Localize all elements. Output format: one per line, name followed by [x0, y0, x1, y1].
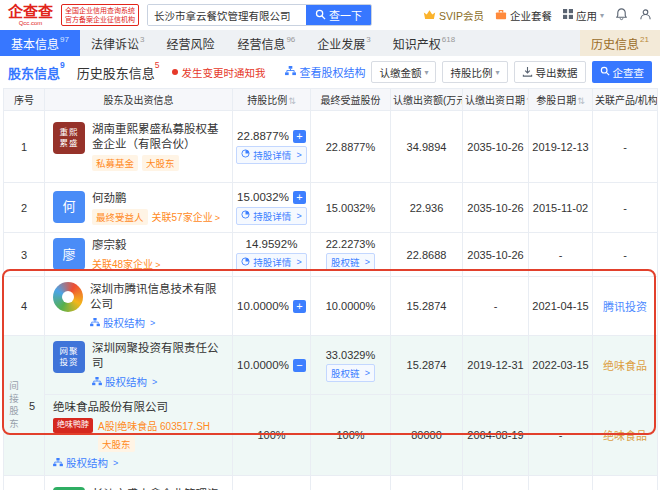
shareholder-avatar: 廖: [53, 238, 85, 270]
brand-slogan: 全国企业信用查询系统 官方备案企业征信机构: [61, 4, 139, 26]
apps-menu[interactable]: 应用 ▾: [563, 8, 604, 23]
shareholder-name[interactable]: 湖南重熙累盛私募股权基金企业（有限合伙）: [92, 122, 224, 152]
qcc-logo[interactable]: 企查查 Qcc.com: [8, 4, 53, 26]
tencent-logo-icon: [53, 282, 83, 312]
shareholder-avatar: 何: [53, 191, 85, 223]
qcc-app-button[interactable]: 企查查: [592, 61, 653, 83]
svip-member[interactable]: SVIP会员: [423, 8, 484, 23]
row-serial-group: 间接股东 5: [4, 336, 45, 476]
join-date-value: 2022-03-15: [529, 336, 593, 395]
holding-detail-link[interactable]: 持股详情: [236, 253, 306, 271]
shareholder-table: 序号 股东及出资信息 持股比例⇅ 最终受益股份 认缴出资额(万元)⇅ 认缴出资日…: [3, 88, 658, 490]
shareholder-name[interactable]: 廖宗毅: [92, 238, 160, 253]
major-shareholder-tag: 大股东: [98, 436, 135, 452]
tab-legal[interactable]: 法律诉讼3: [80, 30, 155, 56]
benefit-value: 100%: [311, 395, 391, 476]
date-value: 2035-10-26: [463, 476, 529, 490]
equity-structure-link[interactable]: 股权结构: [92, 374, 224, 389]
equity-chain-link[interactable]: 股权链: [326, 253, 375, 271]
shareholder-name[interactable]: 绝味食品股份有限公司: [53, 400, 224, 415]
change-notify[interactable]: 发生变更时通知我: [172, 65, 266, 80]
sort-icon[interactable]: ⇅: [577, 96, 585, 106]
tab-history-shareholder[interactable]: 历史股东信息5: [77, 63, 160, 82]
shareholder-avatar: 盛小拿: [53, 487, 85, 490]
expand-button[interactable]: +: [293, 191, 306, 204]
major-shareholder-tag: 大股东: [142, 155, 179, 171]
apps-grid-icon: [563, 9, 573, 21]
tab-basic-info[interactable]: 基本信息97: [0, 30, 80, 56]
product-link[interactable]: 绝味食品: [593, 395, 658, 476]
row-serial: 3: [4, 233, 45, 277]
collapse-button[interactable]: −: [293, 359, 306, 372]
search-bar: 查一下: [147, 4, 372, 26]
equity-structure-link[interactable]: 股权结构: [90, 315, 224, 330]
product-value: -: [593, 233, 658, 277]
amount-value: 13.8026: [391, 476, 463, 490]
tab-history-info[interactable]: 历史信息21: [580, 30, 660, 56]
table-row: 间接股东 5 网聚投资 深圳网聚投资有限责任公司 股权结构 10.0000%− …: [4, 336, 658, 395]
bell-icon[interactable]: [615, 8, 628, 23]
indirect-shareholder-label: 间接股东: [4, 379, 20, 433]
shareholder-avatar: 网聚投资: [53, 341, 85, 373]
tab-development[interactable]: 企业发展3: [306, 30, 381, 56]
search-icon: [315, 9, 326, 22]
chevron-down-icon: ▾: [600, 11, 604, 20]
shareholder-name[interactable]: 长沙市盛小拿企业管理咨询合伙企业（有限合伙）: [92, 487, 224, 490]
search-icon: [600, 66, 610, 78]
tab-operation-info[interactable]: 经营信息96: [226, 30, 306, 56]
search-input[interactable]: [148, 5, 306, 25]
filter-ratio-dropdown[interactable]: 持股比例 ▾: [442, 61, 507, 83]
tab-ip[interactable]: 知识产权618: [382, 30, 466, 56]
row-serial: 2: [4, 183, 45, 233]
stock-code-link[interactable]: A股|绝味食品 603517.SH: [98, 418, 210, 433]
join-date-value: 2021-04-15: [529, 277, 593, 336]
benefit-value: 10.0000%: [311, 277, 391, 336]
shareholder-toolbar: 股东信息9 历史股东信息5 发生变更时通知我 查看股权结构 认缴金额 ▾ 持股比…: [0, 56, 660, 88]
enterprise-package[interactable]: 企业套餐: [495, 8, 552, 23]
expand-button[interactable]: +: [293, 300, 306, 313]
related-companies-link[interactable]: 关联57家企业: [152, 209, 220, 224]
shareholder-name[interactable]: 深圳网聚投资有限责任公司: [92, 341, 224, 371]
expand-button[interactable]: +: [293, 130, 306, 143]
filter-amount-dropdown[interactable]: 认缴金额 ▾: [371, 61, 436, 83]
row-serial: 5: [20, 400, 44, 412]
pie-icon: [241, 210, 250, 221]
tab-operation-risk[interactable]: 经营风险: [155, 30, 226, 56]
shareholder-name[interactable]: 何劲鹏: [92, 191, 220, 206]
amount-value: 15.2874: [391, 336, 463, 395]
table-row: 绝味食品股份有限公司 绝味鸭脖 A股|绝味食品 603517.SH 大股东 股权…: [4, 395, 658, 476]
holding-detail-link[interactable]: 持股详情: [236, 146, 306, 164]
equity-structure-link[interactable]: 股权结构: [53, 455, 224, 470]
date-value: -: [463, 277, 529, 336]
ratio-value: 14.9592%: [246, 238, 298, 250]
view-equity-structure-link[interactable]: 查看股权结构: [285, 64, 365, 80]
export-data-button[interactable]: 导出数据: [514, 61, 586, 83]
row-serial: 1: [4, 111, 45, 183]
holding-detail-link[interactable]: 持股详情: [236, 207, 306, 225]
tab-shareholder-info[interactable]: 股东信息9: [8, 63, 65, 82]
ratio-value: 10.0000%: [237, 300, 289, 312]
user-icon[interactable]: [639, 8, 652, 23]
product-link[interactable]: 绝味食品: [593, 336, 658, 395]
package-icon: [495, 9, 507, 22]
col-product: 关联产品/机构: [593, 89, 658, 111]
nav-tabs: 基本信息97 法律诉讼3 经营风险 经营信息96 企业发展3 知识产权618 历…: [0, 30, 660, 56]
equity-chain-link[interactable]: 股权链: [326, 364, 375, 382]
pie-icon: [241, 257, 250, 268]
table-row: 2 何 何劲鹏 最终受益人 关联57家企业 15.0032%+ 持股详情 15.…: [4, 183, 658, 233]
related-companies-link[interactable]: 关联48家企业: [92, 256, 160, 271]
juewei-logo: 绝味鸭脖: [53, 418, 93, 433]
table-row: 6 盛小拿 长沙市盛小拿企业管理咨询合伙企业（有限合伙） 股权结构 9.0287…: [4, 476, 658, 490]
shareholder-name[interactable]: 深圳市腾讯信息技术有限公司: [90, 282, 224, 312]
row-serial: 6: [4, 476, 45, 490]
ratio-value: 15.0032%: [237, 191, 289, 203]
amount-value: 22.8688: [391, 233, 463, 277]
sort-icon[interactable]: ⇅: [288, 96, 296, 106]
org-chart-icon: [92, 376, 102, 388]
col-amount: 认缴出资额(万元)⇅: [391, 89, 463, 111]
join-date-value: 2019-12-13: [529, 111, 593, 183]
search-button[interactable]: 查一下: [306, 5, 371, 25]
col-benefit: 最终受益股份: [311, 89, 391, 111]
benefit-value: 15.0032%: [311, 183, 391, 233]
product-link[interactable]: 腾讯投资: [593, 277, 658, 336]
